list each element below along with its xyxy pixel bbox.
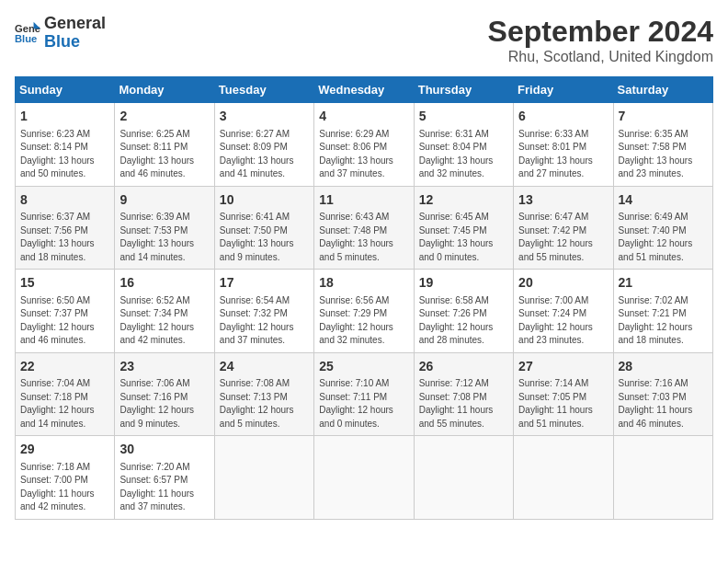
day-number: 29	[20, 441, 109, 459]
day-number: 2	[119, 108, 209, 126]
day-cell-28: 28Sunrise: 7:16 AM Sunset: 7:03 PM Dayli…	[613, 352, 712, 436]
day-cell-20: 20Sunrise: 7:00 AM Sunset: 7:24 PM Dayli…	[514, 270, 613, 353]
day-number: 26	[419, 358, 508, 376]
day-cell-2: 2Sunrise: 6:25 AM Sunset: 8:11 PM Daylig…	[115, 103, 214, 187]
day-info: Sunrise: 7:14 AM Sunset: 7:05 PM Dayligh…	[518, 377, 608, 431]
day-info: Sunrise: 6:29 AM Sunset: 8:06 PM Dayligh…	[319, 128, 408, 181]
col-header-thursday: Thursday	[414, 77, 513, 103]
day-info: Sunrise: 6:33 AM Sunset: 8:01 PM Dayligh…	[518, 128, 608, 181]
day-info: Sunrise: 6:56 AM Sunset: 7:29 PM Dayligh…	[319, 294, 408, 348]
day-cell-16: 16Sunrise: 6:52 AM Sunset: 7:34 PM Dayli…	[115, 270, 214, 353]
day-number: 3	[220, 108, 309, 126]
day-info: Sunrise: 6:23 AM Sunset: 8:14 PM Dayligh…	[20, 128, 109, 181]
day-info: Sunrise: 6:45 AM Sunset: 7:45 PM Dayligh…	[419, 211, 508, 264]
logo-blue: Blue	[44, 33, 106, 52]
day-number: 14	[619, 191, 708, 210]
day-info: Sunrise: 6:35 AM Sunset: 7:58 PM Dayligh…	[619, 128, 708, 181]
day-number: 1	[20, 108, 109, 126]
day-info: Sunrise: 6:41 AM Sunset: 7:50 PM Dayligh…	[220, 211, 309, 264]
day-number: 17	[220, 274, 309, 293]
col-header-monday: Monday	[115, 77, 214, 103]
day-number: 11	[319, 191, 408, 210]
week-row-3: 15Sunrise: 6:50 AM Sunset: 7:37 PM Dayli…	[16, 270, 713, 353]
day-info: Sunrise: 7:20 AM Sunset: 6:57 PM Dayligh…	[119, 461, 209, 514]
calendar-subtitle: Rhu, Scotland, United Kingdom	[488, 49, 713, 65]
day-number: 27	[518, 358, 608, 376]
empty-cell	[514, 436, 613, 520]
day-info: Sunrise: 6:25 AM Sunset: 8:11 PM Dayligh…	[119, 128, 209, 181]
day-cell-21: 21Sunrise: 7:02 AM Sunset: 7:21 PM Dayli…	[613, 270, 712, 353]
day-info: Sunrise: 6:27 AM Sunset: 8:09 PM Dayligh…	[220, 128, 309, 181]
day-cell-15: 15Sunrise: 6:50 AM Sunset: 7:37 PM Dayli…	[16, 270, 115, 353]
day-info: Sunrise: 6:52 AM Sunset: 7:34 PM Dayligh…	[119, 294, 209, 348]
day-number: 28	[619, 358, 708, 376]
day-cell-18: 18Sunrise: 6:56 AM Sunset: 7:29 PM Dayli…	[314, 270, 414, 353]
calendar-table: SundayMondayTuesdayWednesdayThursdayFrid…	[15, 76, 713, 520]
logo: General Blue General Blue	[15, 15, 106, 52]
col-header-friday: Friday	[514, 77, 613, 103]
day-number: 20	[518, 274, 608, 293]
day-info: Sunrise: 7:16 AM Sunset: 7:03 PM Dayligh…	[619, 377, 708, 431]
day-number: 16	[119, 274, 209, 293]
day-cell-29: 29Sunrise: 7:18 AM Sunset: 7:00 PM Dayli…	[16, 436, 115, 520]
day-number: 7	[619, 108, 708, 126]
day-number: 8	[20, 191, 109, 210]
day-info: Sunrise: 6:37 AM Sunset: 7:56 PM Dayligh…	[20, 211, 109, 264]
day-info: Sunrise: 6:50 AM Sunset: 7:37 PM Dayligh…	[20, 294, 109, 348]
day-cell-3: 3Sunrise: 6:27 AM Sunset: 8:09 PM Daylig…	[214, 103, 313, 187]
col-header-tuesday: Tuesday	[214, 77, 313, 103]
day-cell-13: 13Sunrise: 6:47 AM Sunset: 7:42 PM Dayli…	[514, 186, 613, 270]
day-cell-14: 14Sunrise: 6:49 AM Sunset: 7:40 PM Dayli…	[613, 186, 712, 270]
day-number: 10	[220, 191, 309, 210]
col-header-wednesday: Wednesday	[314, 77, 414, 103]
day-cell-22: 22Sunrise: 7:04 AM Sunset: 7:18 PM Dayli…	[16, 352, 115, 436]
day-info: Sunrise: 6:58 AM Sunset: 7:26 PM Dayligh…	[419, 294, 508, 348]
week-row-1: 1Sunrise: 6:23 AM Sunset: 8:14 PM Daylig…	[16, 103, 713, 187]
day-cell-11: 11Sunrise: 6:43 AM Sunset: 7:48 PM Dayli…	[314, 186, 414, 270]
week-row-2: 8Sunrise: 6:37 AM Sunset: 7:56 PM Daylig…	[16, 186, 713, 270]
day-info: Sunrise: 6:39 AM Sunset: 7:53 PM Dayligh…	[119, 211, 209, 264]
day-info: Sunrise: 6:43 AM Sunset: 7:48 PM Dayligh…	[319, 211, 408, 264]
empty-cell	[214, 436, 313, 520]
day-cell-23: 23Sunrise: 7:06 AM Sunset: 7:16 PM Dayli…	[115, 352, 214, 436]
calendar-title: September 2024	[488, 15, 713, 49]
day-number: 21	[619, 274, 708, 293]
day-info: Sunrise: 6:47 AM Sunset: 7:42 PM Dayligh…	[518, 211, 608, 264]
day-cell-24: 24Sunrise: 7:08 AM Sunset: 7:13 PM Dayli…	[214, 352, 313, 436]
day-info: Sunrise: 7:00 AM Sunset: 7:24 PM Dayligh…	[518, 294, 608, 348]
day-info: Sunrise: 7:18 AM Sunset: 7:00 PM Dayligh…	[20, 461, 109, 514]
week-row-4: 22Sunrise: 7:04 AM Sunset: 7:18 PM Dayli…	[16, 352, 713, 436]
logo-general: General	[44, 15, 106, 33]
day-number: 5	[419, 108, 508, 126]
col-header-saturday: Saturday	[613, 77, 712, 103]
day-cell-27: 27Sunrise: 7:14 AM Sunset: 7:05 PM Dayli…	[514, 352, 613, 436]
svg-text:Blue: Blue	[15, 33, 37, 44]
day-number: 24	[220, 358, 309, 376]
day-info: Sunrise: 7:08 AM Sunset: 7:13 PM Dayligh…	[220, 377, 309, 431]
day-cell-5: 5Sunrise: 6:31 AM Sunset: 8:04 PM Daylig…	[414, 103, 513, 187]
day-number: 19	[419, 274, 508, 293]
title-area: September 2024 Rhu, Scotland, United Kin…	[488, 15, 713, 65]
day-number: 12	[419, 191, 508, 210]
day-number: 25	[319, 358, 408, 376]
day-number: 4	[319, 108, 408, 126]
day-info: Sunrise: 7:02 AM Sunset: 7:21 PM Dayligh…	[619, 294, 708, 348]
header: General Blue General Blue September 2024…	[15, 15, 713, 65]
day-info: Sunrise: 7:04 AM Sunset: 7:18 PM Dayligh…	[20, 377, 109, 431]
day-cell-30: 30Sunrise: 7:20 AM Sunset: 6:57 PM Dayli…	[115, 436, 214, 520]
day-cell-1: 1Sunrise: 6:23 AM Sunset: 8:14 PM Daylig…	[16, 103, 115, 187]
day-cell-19: 19Sunrise: 6:58 AM Sunset: 7:26 PM Dayli…	[414, 270, 513, 353]
day-number: 13	[518, 191, 608, 210]
day-cell-9: 9Sunrise: 6:39 AM Sunset: 7:53 PM Daylig…	[115, 186, 214, 270]
day-cell-17: 17Sunrise: 6:54 AM Sunset: 7:32 PM Dayli…	[214, 270, 313, 353]
empty-cell	[314, 436, 414, 520]
day-cell-6: 6Sunrise: 6:33 AM Sunset: 8:01 PM Daylig…	[514, 103, 613, 187]
day-cell-7: 7Sunrise: 6:35 AM Sunset: 7:58 PM Daylig…	[613, 103, 712, 187]
day-cell-4: 4Sunrise: 6:29 AM Sunset: 8:06 PM Daylig…	[314, 103, 414, 187]
day-number: 22	[20, 358, 109, 376]
day-number: 30	[119, 441, 209, 459]
day-info: Sunrise: 6:31 AM Sunset: 8:04 PM Dayligh…	[419, 128, 508, 181]
day-cell-12: 12Sunrise: 6:45 AM Sunset: 7:45 PM Dayli…	[414, 186, 513, 270]
day-info: Sunrise: 6:49 AM Sunset: 7:40 PM Dayligh…	[619, 211, 708, 264]
day-number: 23	[119, 358, 209, 376]
